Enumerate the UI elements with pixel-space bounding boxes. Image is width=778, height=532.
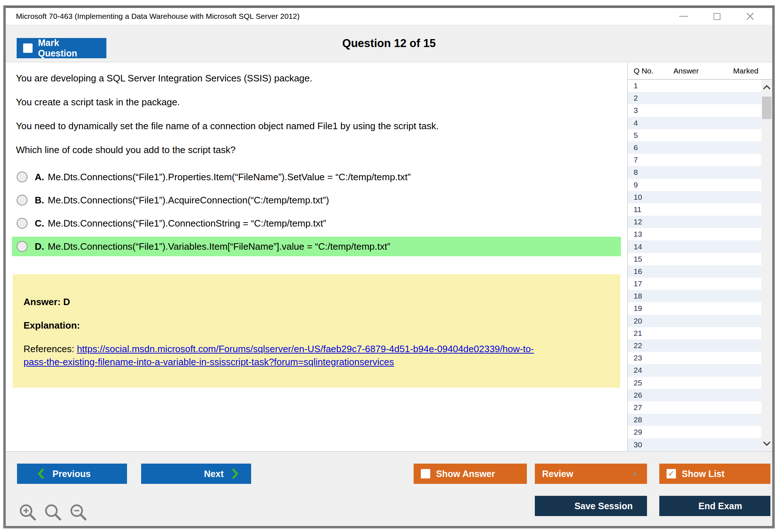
question-number: 17 bbox=[634, 279, 642, 288]
list-item[interactable]: 9 bbox=[628, 179, 761, 191]
question-number: 2 bbox=[634, 94, 638, 102]
reference-link[interactable]: https://social.msdn.microsoft.com/Forums… bbox=[24, 343, 534, 367]
option-row-d[interactable]: D. Me.Dts.Connections(“File1”).Variables… bbox=[12, 237, 621, 256]
list-item[interactable]: 23 bbox=[628, 352, 761, 364]
question-list-body: 1234567891011121314151617181920212223242… bbox=[628, 80, 772, 451]
scroll-up-button[interactable] bbox=[761, 81, 772, 93]
list-item[interactable]: 14 bbox=[628, 240, 761, 253]
list-item[interactable]: 20 bbox=[628, 315, 761, 327]
question-number: 30 bbox=[634, 440, 642, 449]
minimize-button[interactable] bbox=[679, 12, 688, 21]
list-item[interactable]: 30 bbox=[628, 438, 761, 451]
answer-options: A. Me.Dts.Connections(“File1”).Propertie… bbox=[11, 167, 624, 256]
question-number: 26 bbox=[634, 391, 642, 400]
question-number: 8 bbox=[634, 168, 638, 177]
list-item[interactable]: 3 bbox=[628, 104, 761, 117]
zoom-reset-button[interactable] bbox=[43, 502, 63, 523]
list-item[interactable]: 27 bbox=[628, 401, 761, 414]
next-label: Next bbox=[204, 469, 224, 479]
mark-question-button[interactable]: Mark Question bbox=[17, 38, 106, 58]
maximize-button[interactable] bbox=[712, 12, 722, 21]
list-item[interactable]: 22 bbox=[628, 339, 761, 352]
footer-bar: Previous Next Show Answer Review ▲ ✓ Sho… bbox=[6, 451, 772, 525]
list-item[interactable]: 6 bbox=[628, 142, 761, 154]
scrollbar-thumb[interactable] bbox=[762, 97, 771, 119]
chevron-up-icon bbox=[763, 85, 771, 90]
list-item[interactable]: 8 bbox=[628, 166, 761, 178]
question-number: 20 bbox=[634, 317, 642, 325]
list-item[interactable]: 28 bbox=[628, 414, 761, 426]
list-item[interactable]: 4 bbox=[628, 117, 761, 129]
radio-button-a[interactable] bbox=[17, 172, 28, 182]
mark-question-checkbox[interactable] bbox=[23, 43, 33, 53]
option-text: Me.Dts.Connections(“File1”).Properties.I… bbox=[48, 172, 411, 183]
question-counter: Question 12 of 15 bbox=[342, 37, 436, 50]
radio-button-d[interactable] bbox=[17, 241, 28, 252]
question-number: 13 bbox=[634, 230, 642, 238]
list-item[interactable]: 11 bbox=[628, 203, 761, 216]
window-controls bbox=[679, 12, 762, 21]
list-item[interactable]: 29 bbox=[628, 426, 761, 438]
question-number: 16 bbox=[634, 267, 642, 276]
question-number: 12 bbox=[634, 218, 642, 226]
option-row-b[interactable]: B. Me.Dts.Connections(“File1”).AcquireCo… bbox=[12, 190, 621, 210]
references-label: References: bbox=[24, 343, 77, 354]
list-item[interactable]: 16 bbox=[628, 265, 761, 278]
previous-button[interactable]: Previous bbox=[17, 464, 127, 484]
list-item[interactable]: 10 bbox=[628, 191, 761, 203]
list-item[interactable]: 19 bbox=[628, 302, 761, 314]
list-item[interactable]: 18 bbox=[628, 290, 761, 302]
next-button[interactable]: Next bbox=[141, 464, 251, 484]
option-row-c[interactable]: C. Me.Dts.Connections(“File1”).Connectio… bbox=[12, 214, 621, 233]
question-number: 22 bbox=[634, 341, 642, 350]
radio-button-b[interactable] bbox=[17, 195, 28, 206]
main-area: You are developing a SQL Server Integrat… bbox=[6, 62, 772, 451]
list-item[interactable]: 1 bbox=[628, 80, 761, 92]
review-button[interactable]: Review ▲ bbox=[535, 464, 647, 484]
list-item[interactable]: 24 bbox=[628, 364, 761, 376]
option-text: Me.Dts.Connections(“File1”).AcquireConne… bbox=[48, 195, 329, 206]
option-letter: D. bbox=[35, 241, 44, 252]
list-item[interactable]: 17 bbox=[628, 278, 761, 290]
question-number: 3 bbox=[634, 106, 638, 115]
question-list-scrollbar[interactable] bbox=[761, 80, 772, 451]
end-exam-button[interactable]: End Exam bbox=[659, 496, 770, 516]
list-item[interactable]: 5 bbox=[628, 129, 761, 142]
show-answer-button[interactable]: Show Answer bbox=[414, 464, 527, 484]
app-window: Microsoft 70-463 (Implementing a Data Wa… bbox=[3, 5, 775, 528]
list-item[interactable]: 25 bbox=[628, 377, 761, 389]
question-header: Mark Question Question 12 of 15 bbox=[6, 25, 772, 62]
list-item[interactable]: 13 bbox=[628, 228, 761, 240]
chevron-right-icon bbox=[232, 468, 239, 479]
list-item[interactable]: 15 bbox=[628, 253, 761, 265]
list-item[interactable]: 21 bbox=[628, 327, 761, 339]
zoom-out-button[interactable] bbox=[68, 502, 89, 523]
zoom-in-button[interactable] bbox=[18, 502, 38, 523]
close-button[interactable] bbox=[745, 12, 755, 21]
show-list-label: Show List bbox=[682, 469, 724, 479]
save-session-button[interactable]: Save Session bbox=[535, 496, 647, 516]
list-item[interactable]: 12 bbox=[628, 216, 761, 228]
question-panel: You are developing a SQL Server Integrat… bbox=[6, 62, 627, 451]
question-paragraph: You create a script task in the package. bbox=[16, 96, 624, 109]
question-number: 7 bbox=[634, 156, 638, 164]
question-number: 11 bbox=[634, 205, 642, 214]
list-item[interactable]: 7 bbox=[628, 154, 761, 166]
option-row-a[interactable]: A. Me.Dts.Connections(“File1”).Propertie… bbox=[12, 167, 621, 187]
scroll-down-button[interactable] bbox=[761, 438, 772, 450]
question-number: 6 bbox=[634, 143, 638, 152]
reference-link-line1: https://social.msdn.microsoft.com/Forums… bbox=[77, 343, 534, 354]
list-item[interactable]: 2 bbox=[628, 92, 761, 104]
radio-button-c[interactable] bbox=[17, 218, 28, 229]
maximize-icon bbox=[714, 13, 720, 20]
question-number: 18 bbox=[634, 292, 642, 300]
show-list-checkbox[interactable]: ✓ bbox=[667, 469, 676, 478]
show-list-button[interactable]: ✓ Show List bbox=[659, 464, 770, 484]
show-answer-checkbox[interactable] bbox=[421, 469, 430, 478]
list-item[interactable]: 26 bbox=[628, 389, 761, 401]
option-letter: A. bbox=[35, 172, 44, 183]
previous-label: Previous bbox=[52, 469, 91, 479]
answer-explanation-box: Answer: D Explanation: References: https… bbox=[13, 274, 620, 388]
zoom-controls bbox=[18, 502, 89, 523]
checkmark-icon: ✓ bbox=[668, 470, 675, 478]
